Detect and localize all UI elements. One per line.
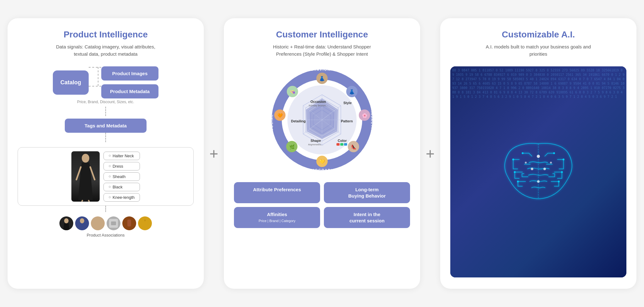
ci-bottom-grid: Attribute Preferences Long-termBuying Be… [234,182,410,228]
product-intelligence-card: Product Intelligence Data signals: Catal… [8,18,204,289]
svg-point-76 [543,168,546,170]
svg-line-6 [88,200,89,202]
assoc-thumb-4 [107,216,120,230]
svg-line-5 [82,200,83,202]
tag-dot [109,186,111,188]
svg-point-78 [525,162,527,164]
svg-text:Detailing: Detailing [291,119,306,123]
svg-marker-10 [79,223,86,230]
tag-dress: Dress [103,162,140,170]
svg-text:Style: Style [343,101,352,105]
assoc-label: Product Associations [87,233,125,237]
ci-btn-longterm-label: Long-termBuying Behavior [348,187,386,198]
connector-area [89,78,101,87]
svg-marker-12 [94,223,101,230]
customizable-ai-card: Customizable A.I. A.I. models built to m… [440,18,636,289]
svg-point-72 [558,181,560,182]
svg-point-71 [561,171,563,173]
svg-point-67 [514,171,516,173]
ai-brain-container: 80 3 0847 005 1 811857 0 52 1089 11190 5… [450,66,626,277]
radar-svg: Occasion Sunday Brunch... Style Detailin… [269,66,375,173]
svg-point-0 [82,154,89,163]
svg-text:TRANSACTIONAL: TRANSACTIONAL [370,103,374,142]
brain-svg [494,128,582,216]
pi-title: Product Intelligence [64,30,148,40]
tag-list: Halter Neck Dress Sheath Black [103,152,140,202]
svg-point-73 [553,152,555,154]
dress-image [71,151,100,202]
svg-rect-14 [111,221,116,225]
svg-rect-44 [344,143,347,146]
product-assoc-section: Product Associations [59,216,152,237]
ci-btn-longterm[interactable]: Long-termBuying Behavior [324,182,410,203]
svg-point-70 [563,159,564,160]
svg-text:Sunday Brunch...: Sunday Brunch... [308,104,328,107]
svg-text:BEHAVIORAL: BEHAVIORAL [308,68,336,71]
svg-text:Shape: Shape [310,139,321,142]
assoc-thumb-1 [59,216,73,230]
svg-point-7 [64,218,69,223]
ci-btn-attribute-prefs[interactable]: Attribute Preferences [234,182,320,203]
product-images-box: Product Images [101,66,158,81]
svg-point-9 [80,218,84,223]
ci-btn-affinities[interactable]: Affinities Price | Brand | Category [234,207,320,228]
product-metadata-box: Product Metadata [101,84,158,98]
svg-point-69 [522,152,524,154]
dashed-h-bottom [89,86,101,87]
svg-point-18 [142,221,147,226]
tags-metadata-box: Tags and Metadata [65,119,147,133]
svg-text:SOCIAL: SOCIAL [270,114,274,131]
assoc-thumb-6 [138,216,152,230]
tag-halter-neck: Halter Neck [103,152,140,160]
svg-text:👗: 👗 [349,89,355,95]
svg-rect-42 [336,143,340,146]
svg-point-77 [537,180,540,183]
svg-point-79 [550,162,552,164]
tag-dot [109,165,111,167]
svg-text:👗: 👗 [319,75,325,81]
ci-btn-affinities-sub: Price | Brand | Category [238,219,316,223]
customer-intelligence-card: Customer Intelligence Historic + Real-ti… [224,18,420,289]
tag-dot [109,176,111,177]
pi-right-boxes: Product Images Product Metadata [101,66,158,98]
svg-text:Asymmetric...: Asymmetric... [308,143,323,146]
ci-btn-intent-label: Intent in thecurrent session [349,212,385,223]
svg-text:Color: Color [338,139,347,142]
pi-diagram: Catalog Product Images Product Metadata … [18,66,194,237]
svg-text:🧡: 🧡 [277,113,283,118]
dashed-vert3 [105,206,106,212]
svg-text:💛: 💛 [319,159,325,165]
svg-text:Pattern: Pattern [341,119,353,123]
dashed-v [98,67,98,86]
assoc-thumb-5 [122,216,136,230]
svg-point-66 [512,159,514,160]
svg-text:👒: 👒 [290,89,296,95]
pi-top-row: Catalog Product Images Product Metadata [18,66,194,98]
ai-subtitle: A.I. models built to match your business… [485,43,592,58]
svg-text:🌿: 🌿 [289,144,295,150]
assoc-thumb-2 [75,216,89,230]
metadata-sub: Price, Brand, Discount, Sizes, etc. [77,100,134,104]
tag-dot [109,155,111,157]
product-image-section: Halter Neck Dress Sheath Black [18,147,194,206]
ci-title: Customer Intelligence [276,30,368,40]
dashed-h-top [89,67,101,68]
svg-text:DEMOGRAPHIC: DEMOGRAPHIC [305,168,339,172]
ci-subtitle: Historic + Real-time data: Understand Sh… [269,43,375,58]
dashed-vert2 [105,133,106,142]
ci-btn-intent[interactable]: Intent in thecurrent session [324,207,410,228]
tag-black: Black [103,183,140,191]
svg-marker-8 [63,223,69,230]
ai-title: Customizable A.I. [502,30,575,40]
svg-text:🌸: 🌸 [362,113,368,118]
tag-dot [109,196,111,198]
assoc-images-row [59,216,152,230]
tag-knee-length: Knee-length [103,193,140,202]
svg-point-68 [517,181,519,182]
svg-text:Occasion: Occasion [310,100,326,103]
radar-chart-wrap: Occasion Sunday Brunch... Style Detailin… [269,66,375,173]
svg-point-74 [537,155,540,158]
svg-marker-1 [80,163,91,175]
svg-point-75 [531,168,533,170]
pi-subtitle: Data signals: Catalog imagery, visual at… [52,43,159,58]
